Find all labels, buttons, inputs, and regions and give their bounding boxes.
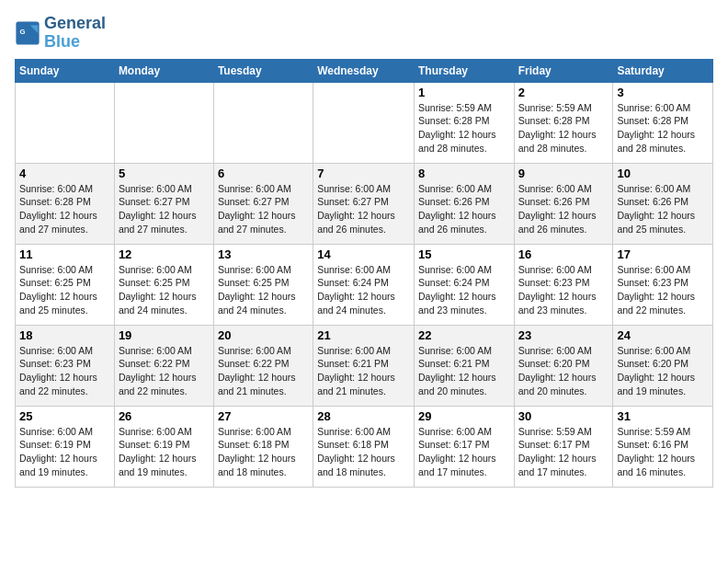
calendar-cell: 8Sunrise: 6:00 AM Sunset: 6:26 PM Daylig… — [414, 163, 514, 244]
calendar-cell: 13Sunrise: 6:00 AM Sunset: 6:25 PM Dayli… — [213, 244, 313, 325]
day-number: 28 — [317, 409, 410, 423]
day-info: Sunrise: 6:00 AM Sunset: 6:27 PM Dayligh… — [119, 182, 210, 236]
day-number: 23 — [518, 328, 609, 342]
calendar-cell: 21Sunrise: 6:00 AM Sunset: 6:21 PM Dayli… — [313, 325, 415, 406]
day-info: Sunrise: 5:59 AM Sunset: 6:16 PM Dayligh… — [617, 425, 709, 479]
day-info: Sunrise: 6:00 AM Sunset: 6:20 PM Dayligh… — [518, 344, 609, 398]
day-info: Sunrise: 6:00 AM Sunset: 6:27 PM Dayligh… — [317, 182, 410, 236]
day-info: Sunrise: 6:00 AM Sunset: 6:24 PM Dayligh… — [317, 263, 410, 317]
day-info: Sunrise: 6:00 AM Sunset: 6:18 PM Dayligh… — [317, 425, 410, 479]
day-info: Sunrise: 6:00 AM Sunset: 6:20 PM Dayligh… — [617, 344, 709, 398]
calendar-header-row: SundayMondayTuesdayWednesdayThursdayFrid… — [16, 59, 713, 82]
calendar-cell: 9Sunrise: 6:00 AM Sunset: 6:26 PM Daylig… — [514, 163, 613, 244]
day-info: Sunrise: 6:00 AM Sunset: 6:21 PM Dayligh… — [418, 344, 510, 398]
day-number: 25 — [19, 409, 110, 423]
day-number: 19 — [119, 328, 210, 342]
header-cell-monday: Monday — [114, 59, 213, 82]
header-cell-saturday: Saturday — [613, 59, 713, 82]
calendar-cell: 19Sunrise: 6:00 AM Sunset: 6:22 PM Dayli… — [114, 325, 213, 406]
calendar-cell: 22Sunrise: 6:00 AM Sunset: 6:21 PM Dayli… — [414, 325, 514, 406]
calendar-cell: 26Sunrise: 6:00 AM Sunset: 6:19 PM Dayli… — [114, 406, 213, 487]
header-cell-thursday: Thursday — [414, 59, 514, 82]
day-number: 18 — [19, 328, 110, 342]
day-info: Sunrise: 6:00 AM Sunset: 6:28 PM Dayligh… — [19, 182, 110, 236]
day-number: 12 — [119, 247, 210, 261]
header-cell-friday: Friday — [514, 59, 613, 82]
header-cell-tuesday: Tuesday — [213, 59, 313, 82]
calendar-cell: 25Sunrise: 6:00 AM Sunset: 6:19 PM Dayli… — [16, 406, 115, 487]
day-number: 6 — [218, 167, 309, 180]
calendar-cell: 4Sunrise: 6:00 AM Sunset: 6:28 PM Daylig… — [16, 163, 115, 244]
day-number: 26 — [119, 409, 210, 423]
calendar-cell — [16, 82, 115, 163]
day-number: 8 — [418, 167, 510, 180]
day-info: Sunrise: 6:00 AM Sunset: 6:23 PM Dayligh… — [19, 344, 110, 398]
day-number: 10 — [617, 167, 709, 180]
day-info: Sunrise: 6:00 AM Sunset: 6:26 PM Dayligh… — [418, 182, 510, 236]
day-number: 29 — [418, 409, 510, 423]
day-number: 5 — [119, 167, 210, 180]
day-info: Sunrise: 6:00 AM Sunset: 6:17 PM Dayligh… — [418, 425, 510, 479]
day-info: Sunrise: 6:00 AM Sunset: 6:25 PM Dayligh… — [119, 263, 210, 317]
calendar-cell: 30Sunrise: 5:59 AM Sunset: 6:17 PM Dayli… — [514, 406, 613, 487]
day-number: 21 — [317, 328, 410, 342]
day-info: Sunrise: 6:00 AM Sunset: 6:25 PM Dayligh… — [218, 263, 309, 317]
day-info: Sunrise: 6:00 AM Sunset: 6:18 PM Dayligh… — [218, 425, 309, 479]
logo-icon: G — [15, 20, 40, 46]
day-info: Sunrise: 6:00 AM Sunset: 6:24 PM Dayligh… — [418, 263, 510, 317]
calendar-cell: 11Sunrise: 6:00 AM Sunset: 6:25 PM Dayli… — [16, 244, 115, 325]
calendar-week-row: 18Sunrise: 6:00 AM Sunset: 6:23 PM Dayli… — [16, 325, 713, 406]
day-number: 1 — [418, 86, 510, 99]
day-number: 7 — [317, 167, 410, 180]
day-info: Sunrise: 6:00 AM Sunset: 6:27 PM Dayligh… — [218, 182, 309, 236]
day-info: Sunrise: 6:00 AM Sunset: 6:23 PM Dayligh… — [518, 263, 609, 317]
calendar-week-row: 1Sunrise: 5:59 AM Sunset: 6:28 PM Daylig… — [16, 82, 713, 163]
calendar-week-row: 11Sunrise: 6:00 AM Sunset: 6:25 PM Dayli… — [16, 244, 713, 325]
day-info: Sunrise: 6:00 AM Sunset: 6:21 PM Dayligh… — [317, 344, 410, 398]
calendar-cell: 5Sunrise: 6:00 AM Sunset: 6:27 PM Daylig… — [114, 163, 213, 244]
logo: G GeneralBlue — [15, 15, 106, 52]
day-info: Sunrise: 5:59 AM Sunset: 6:17 PM Dayligh… — [518, 425, 609, 479]
day-number: 14 — [317, 247, 410, 261]
calendar-cell: 24Sunrise: 6:00 AM Sunset: 6:20 PM Dayli… — [613, 325, 713, 406]
day-number: 27 — [218, 409, 309, 423]
day-info: Sunrise: 6:00 AM Sunset: 6:22 PM Dayligh… — [218, 344, 309, 398]
day-number: 3 — [617, 86, 709, 99]
day-number: 11 — [19, 247, 110, 261]
calendar-cell — [313, 82, 415, 163]
day-number: 9 — [518, 167, 609, 180]
day-info: Sunrise: 6:00 AM Sunset: 6:28 PM Dayligh… — [617, 101, 709, 155]
calendar-cell: 16Sunrise: 6:00 AM Sunset: 6:23 PM Dayli… — [514, 244, 613, 325]
day-number: 17 — [617, 247, 709, 261]
calendar-cell: 12Sunrise: 6:00 AM Sunset: 6:25 PM Dayli… — [114, 244, 213, 325]
calendar-cell: 10Sunrise: 6:00 AM Sunset: 6:26 PM Dayli… — [613, 163, 713, 244]
day-info: Sunrise: 6:00 AM Sunset: 6:26 PM Dayligh… — [617, 182, 709, 236]
svg-text:G: G — [20, 28, 26, 36]
calendar-cell: 29Sunrise: 6:00 AM Sunset: 6:17 PM Dayli… — [414, 406, 514, 487]
day-number: 15 — [418, 247, 510, 261]
day-info: Sunrise: 6:00 AM Sunset: 6:26 PM Dayligh… — [518, 182, 609, 236]
calendar-cell: 31Sunrise: 5:59 AM Sunset: 6:16 PM Dayli… — [613, 406, 713, 487]
calendar-cell: 27Sunrise: 6:00 AM Sunset: 6:18 PM Dayli… — [213, 406, 313, 487]
calendar-cell — [213, 82, 313, 163]
day-info: Sunrise: 6:00 AM Sunset: 6:25 PM Dayligh… — [19, 263, 110, 317]
day-info: Sunrise: 5:59 AM Sunset: 6:28 PM Dayligh… — [518, 101, 609, 155]
calendar-cell: 2Sunrise: 5:59 AM Sunset: 6:28 PM Daylig… — [514, 82, 613, 163]
calendar-cell: 7Sunrise: 6:00 AM Sunset: 6:27 PM Daylig… — [313, 163, 415, 244]
page-header: G GeneralBlue — [15, 15, 713, 52]
calendar-cell: 1Sunrise: 5:59 AM Sunset: 6:28 PM Daylig… — [414, 82, 514, 163]
calendar-cell: 23Sunrise: 6:00 AM Sunset: 6:20 PM Dayli… — [514, 325, 613, 406]
day-info: Sunrise: 6:00 AM Sunset: 6:19 PM Dayligh… — [119, 425, 210, 479]
calendar-cell: 17Sunrise: 6:00 AM Sunset: 6:23 PM Dayli… — [613, 244, 713, 325]
day-info: Sunrise: 6:00 AM Sunset: 6:19 PM Dayligh… — [19, 425, 110, 479]
day-info: Sunrise: 6:00 AM Sunset: 6:23 PM Dayligh… — [617, 263, 709, 317]
calendar-week-row: 25Sunrise: 6:00 AM Sunset: 6:19 PM Dayli… — [16, 406, 713, 487]
calendar-cell: 6Sunrise: 6:00 AM Sunset: 6:27 PM Daylig… — [213, 163, 313, 244]
header-cell-wednesday: Wednesday — [313, 59, 415, 82]
day-number: 16 — [518, 247, 609, 261]
day-number: 31 — [617, 409, 709, 423]
day-info: Sunrise: 6:00 AM Sunset: 6:22 PM Dayligh… — [119, 344, 210, 398]
calendar-week-row: 4Sunrise: 6:00 AM Sunset: 6:28 PM Daylig… — [16, 163, 713, 244]
calendar-cell: 3Sunrise: 6:00 AM Sunset: 6:28 PM Daylig… — [613, 82, 713, 163]
day-number: 2 — [518, 86, 609, 99]
